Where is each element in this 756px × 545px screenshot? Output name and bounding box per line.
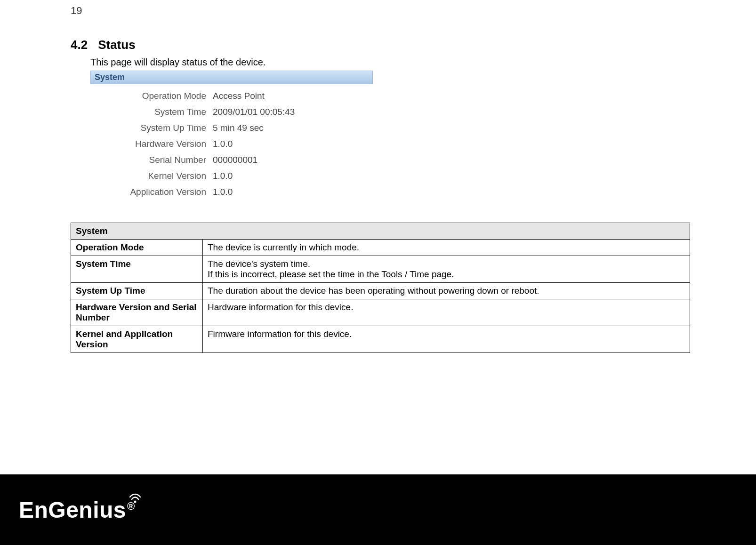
- info-row-desc: Firmware information for this device.: [203, 326, 690, 353]
- status-grid: Operation Mode Access Point System Time …: [90, 84, 373, 204]
- status-value: 2009/01/01 00:05:43: [213, 107, 373, 117]
- status-label: Hardware Version: [90, 139, 213, 149]
- info-row-label: System Up Time: [71, 283, 203, 299]
- status-label: System Up Time: [90, 123, 213, 133]
- table-row: System: [71, 223, 690, 240]
- info-table: System Operation Mode The device is curr…: [71, 223, 690, 353]
- info-row-label: Hardware Version and Serial Number: [71, 299, 203, 326]
- page-content: 4.2Status This page will display status …: [0, 0, 756, 353]
- status-value: 1.0.0: [213, 187, 373, 197]
- info-row-label: System Time: [71, 256, 203, 283]
- page-number: 19: [71, 5, 82, 17]
- intro-text: This page will display status of the dev…: [90, 57, 690, 68]
- status-label: Operation Mode: [90, 91, 213, 101]
- status-value: 1.0.0: [213, 139, 373, 149]
- svg-point-0: [134, 500, 137, 503]
- status-panel: System Operation Mode Access Point Syste…: [90, 71, 373, 204]
- info-row-desc: The duration about the device has been o…: [203, 283, 690, 299]
- info-table-header: System: [71, 223, 690, 240]
- status-label: System Time: [90, 107, 213, 117]
- status-panel-header: System: [90, 71, 373, 84]
- status-value: 5 min 49 sec: [213, 123, 373, 133]
- wifi-icon: [129, 492, 141, 504]
- info-row-desc: The device's system time. If this is inc…: [203, 256, 690, 283]
- brand-logo: EnGenius ®: [19, 497, 135, 523]
- logo-text: EnGenius: [19, 497, 126, 522]
- table-row: System Up Time The duration about the de…: [71, 283, 690, 299]
- table-row: Hardware Version and Serial Number Hardw…: [71, 299, 690, 326]
- status-value: 000000001: [213, 155, 373, 165]
- section-heading: 4.2Status: [71, 38, 690, 52]
- info-row-desc: Hardware information for this device.: [203, 299, 690, 326]
- status-value: Access Point: [213, 91, 373, 101]
- section-title: Status: [98, 38, 135, 52]
- info-row-desc: The device is currently in which mode.: [203, 240, 690, 256]
- status-value: 1.0.0: [213, 171, 373, 181]
- status-label: Application Version: [90, 187, 213, 197]
- footer: EnGenius ®: [0, 474, 756, 545]
- table-row: Kernel and Application Version Firmware …: [71, 326, 690, 353]
- section-number: 4.2: [71, 38, 88, 52]
- status-label: Kernel Version: [90, 171, 213, 181]
- table-row: System Time The device's system time. If…: [71, 256, 690, 283]
- info-row-label: Operation Mode: [71, 240, 203, 256]
- table-row: Operation Mode The device is currently i…: [71, 240, 690, 256]
- status-label: Serial Number: [90, 155, 213, 165]
- info-row-label: Kernel and Application Version: [71, 326, 203, 353]
